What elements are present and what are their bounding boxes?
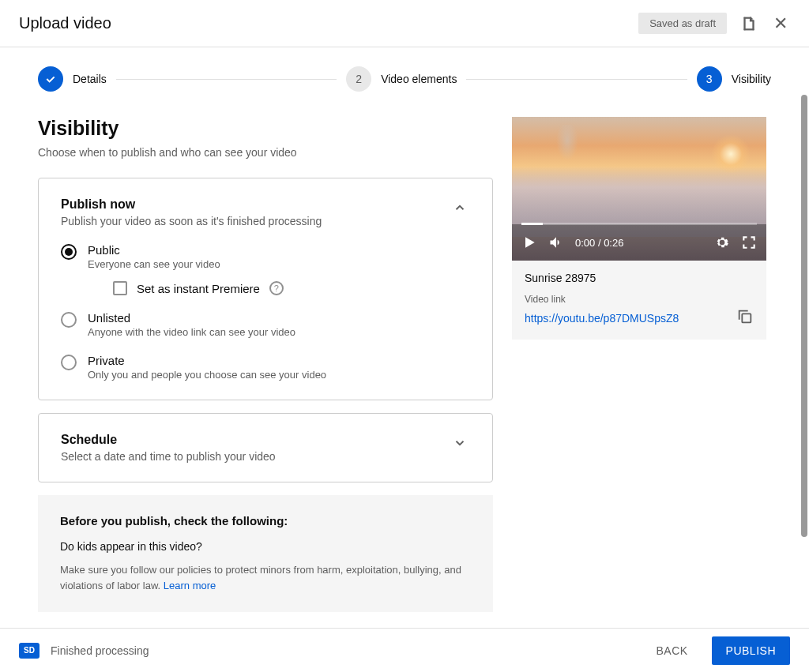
feedback-icon[interactable] xyxy=(739,14,758,33)
info-question: Do kids appear in this video? xyxy=(60,540,471,553)
svg-rect-3 xyxy=(753,20,754,30)
step-label: Visibility xyxy=(732,73,771,85)
visibility-option-unlisted[interactable]: Unlisted Anyone with the video link can … xyxy=(61,311,470,338)
video-time: 0:00 / 0:26 xyxy=(575,237,623,249)
option-label: Private xyxy=(88,354,326,367)
svg-rect-2 xyxy=(744,28,754,30)
preview-video-title: Sunrise 28975 xyxy=(525,272,754,284)
step-number: 3 xyxy=(697,66,722,92)
schedule-title: Schedule xyxy=(61,433,276,447)
svg-rect-6 xyxy=(742,313,751,322)
dialog-title: Upload video xyxy=(19,14,111,32)
saved-as-draft-badge: Saved as draft xyxy=(638,13,727,34)
step-label: Video elements xyxy=(381,73,457,85)
chevron-down-icon[interactable] xyxy=(450,433,470,456)
schedule-card[interactable]: Schedule Select a date and time to publi… xyxy=(38,413,493,482)
fullscreen-icon[interactable] xyxy=(741,235,757,250)
publish-now-title: Publish now xyxy=(61,197,322,212)
option-desc: Everyone can see your video xyxy=(88,258,284,270)
scrollbar[interactable] xyxy=(801,95,807,537)
info-title: Before you publish, check the following: xyxy=(60,514,471,527)
video-progress-bar[interactable] xyxy=(521,223,757,225)
page-title: Visibility xyxy=(38,117,493,140)
video-link-label: Video link xyxy=(525,294,754,305)
before-publish-info: Before you publish, check the following:… xyxy=(38,495,493,612)
visibility-option-public[interactable]: Public Everyone can see your video Set a… xyxy=(61,243,470,295)
video-preview-panel: 0:00 / 0:26 Sunrise 28975 Video link xyxy=(512,117,766,340)
header-actions: Saved as draft ✕ xyxy=(638,13,790,34)
step-visibility[interactable]: 3 Visibility xyxy=(697,66,771,92)
step-connector xyxy=(116,79,337,80)
premiere-label: Set as instant Premiere xyxy=(137,282,260,295)
publish-now-card: Publish now Publish your video as soon a… xyxy=(38,178,493,400)
video-player[interactable]: 0:00 / 0:26 xyxy=(512,117,766,261)
radio-unselected-icon xyxy=(61,355,77,370)
chevron-up-icon[interactable] xyxy=(450,197,470,221)
svg-marker-5 xyxy=(525,237,535,247)
publish-button[interactable]: PUBLISH xyxy=(712,636,790,665)
radio-unselected-icon xyxy=(61,312,77,328)
dialog-header: Upload video Saved as draft ✕ xyxy=(0,0,809,47)
help-icon[interactable]: ? xyxy=(269,281,284,295)
play-icon[interactable] xyxy=(521,235,537,250)
sd-badge-icon: SD xyxy=(19,643,40,659)
step-video-elements[interactable]: 2 Video elements xyxy=(346,66,457,92)
step-label: Details xyxy=(73,73,107,85)
copy-icon[interactable] xyxy=(736,308,754,328)
svg-rect-1 xyxy=(744,17,746,30)
video-link[interactable]: https://youtu.be/p87DMUSpsZ8 xyxy=(525,312,679,325)
option-label: Unlisted xyxy=(88,311,295,325)
checkmark-icon xyxy=(38,66,63,92)
close-icon[interactable]: ✕ xyxy=(771,14,790,33)
publish-now-subtitle: Publish your video as soon as it's finis… xyxy=(61,215,322,227)
settings-icon[interactable] xyxy=(714,235,730,250)
visibility-option-private[interactable]: Private Only you and people you choose c… xyxy=(61,354,470,381)
step-number: 2 xyxy=(346,66,371,92)
stepper: Details 2 Video elements 3 Visibility xyxy=(0,47,809,98)
option-label: Public xyxy=(88,243,284,257)
dialog-footer: SD Finished processing BACK PUBLISH xyxy=(0,628,809,672)
dialog-content: Details 2 Video elements 3 Visibility Vi… xyxy=(0,47,809,621)
page-subtitle: Choose when to publish and who can see y… xyxy=(38,146,493,159)
processing-status: Finished processing xyxy=(51,644,632,657)
premiere-checkbox[interactable] xyxy=(113,281,127,295)
info-text: Make sure you follow our policies to pro… xyxy=(60,562,471,593)
schedule-subtitle: Select a date and time to publish your v… xyxy=(61,450,276,463)
volume-icon[interactable] xyxy=(548,235,564,250)
learn-more-link[interactable]: Learn more xyxy=(164,580,216,591)
radio-selected-icon xyxy=(61,244,77,260)
option-desc: Anyone with the video link can see your … xyxy=(88,326,295,338)
step-details[interactable]: Details xyxy=(38,66,107,92)
step-connector xyxy=(466,79,687,80)
option-desc: Only you and people you choose can see y… xyxy=(88,369,326,381)
back-button[interactable]: BACK xyxy=(643,636,700,665)
